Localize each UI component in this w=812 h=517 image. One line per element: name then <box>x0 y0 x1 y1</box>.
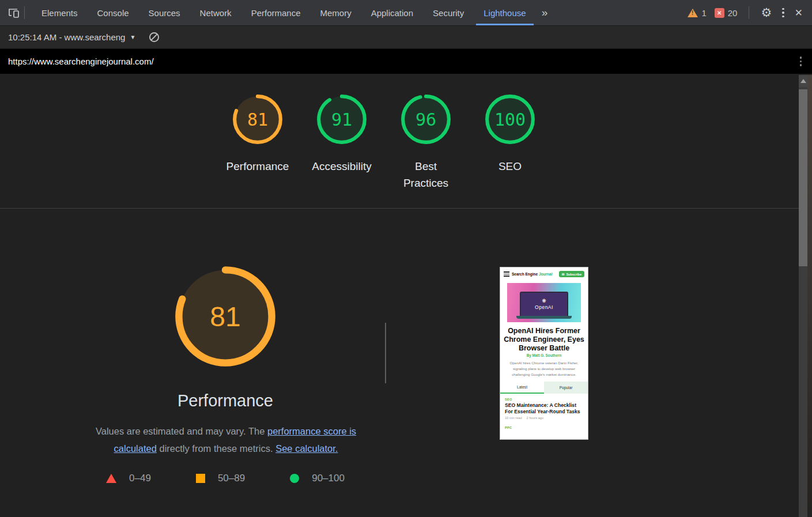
accessibility-score: 91 <box>315 93 368 146</box>
warning-count: 1 <box>701 8 706 18</box>
tab-application[interactable]: Application <box>361 0 423 25</box>
site-logo: Search Engine Journal <box>512 272 552 276</box>
report-url: https://www.searchenginejournal.com/ <box>8 56 154 66</box>
settings-gear-icon[interactable]: ⚙ <box>761 6 772 20</box>
final-screenshot-thumbnail: Search Engine Journal ✉ Subscribe ❋ Open… <box>500 267 588 440</box>
performance-section-gauge[interactable]: 81 <box>172 263 279 370</box>
fail-triangle-icon <box>106 474 116 483</box>
browser-page-sliver <box>807 75 812 517</box>
section-divider <box>385 323 386 383</box>
category-accessibility[interactable]: 91 Accessibility <box>300 93 384 192</box>
dropdown-caret-icon: ▼ <box>130 34 135 40</box>
category-seo[interactable]: 100 SEO <box>468 93 552 192</box>
performance-score: 81 <box>231 93 284 146</box>
performance-description: Values are estimated and may vary. The p… <box>78 422 373 457</box>
close-devtools-icon[interactable]: ✕ <box>795 7 803 19</box>
error-icon: ✕ <box>715 8 724 18</box>
subscribe-button: ✉ Subscribe <box>559 271 584 277</box>
average-square-icon <box>196 474 205 483</box>
legend-range: 50–89 <box>218 473 245 484</box>
category-label: Performance <box>226 158 289 175</box>
tab-lighthouse[interactable]: Lighthouse <box>474 0 535 25</box>
category-label: SEO <box>498 158 522 175</box>
thumb-site-header: Search Engine Journal ✉ Subscribe <box>500 267 588 281</box>
thumb-tabs: Latest Popular <box>500 382 588 394</box>
hero-image: ❋ OpenAI <box>507 283 581 322</box>
legend-range: 0–49 <box>129 473 151 484</box>
openai-logo-icon: ❋ <box>542 299 546 304</box>
laptop-illustration: ❋ OpenAI <box>520 292 568 319</box>
report-url-bar: https://www.searchenginejournal.com/ <box>0 49 812 74</box>
error-count: 20 <box>728 8 738 18</box>
article-meta: 10 min read 2 hours ago <box>505 416 583 420</box>
tab-network[interactable]: Network <box>190 0 241 25</box>
legend-range: 90–100 <box>312 473 345 484</box>
hamburger-menu-icon <box>504 271 509 277</box>
scrollbar-thumb[interactable] <box>799 89 807 266</box>
devtools-tabbar: Elements Console Sources Network Perform… <box>0 0 812 26</box>
toolbar-divider <box>749 6 749 19</box>
article-headline: OpenAI Hires Former Chrome Engineer, Eye… <box>503 327 585 352</box>
scroll-up-button[interactable] <box>799 75 807 87</box>
category-performance[interactable]: 81 Performance <box>216 93 300 192</box>
article-title: SEO Maintenance: A Checklist For Essenti… <box>505 402 583 414</box>
tab-elements[interactable]: Elements <box>32 0 88 25</box>
best-practices-gauge: 96 <box>399 93 452 146</box>
seo-gauge: 100 <box>484 93 537 146</box>
performance-gauge: 81 <box>231 93 284 146</box>
article-byline: By Matt G. Southern <box>500 353 588 357</box>
performance-section-score: 81 <box>172 263 279 370</box>
devtools-tabs: Elements Console Sources Network Perform… <box>32 0 553 25</box>
clear-reports-icon[interactable] <box>148 31 160 43</box>
tab-security[interactable]: Security <box>423 0 474 25</box>
legend-pass: 90–100 <box>290 473 345 484</box>
lighthouse-report: 81 Performance 91 Accessibility <box>0 74 812 517</box>
tab-performance[interactable]: Performance <box>241 0 311 25</box>
see-calculator-link[interactable]: See calculator. <box>275 443 338 454</box>
next-category-tag: PPC <box>505 426 583 429</box>
tab-popular: Popular <box>544 382 588 394</box>
legend-average: 50–89 <box>196 473 245 484</box>
envelope-icon: ✉ <box>562 273 565 276</box>
more-tabs-icon[interactable]: » <box>536 0 554 25</box>
tab-sources[interactable]: Sources <box>139 0 190 25</box>
category-label: Accessibility <box>312 158 371 175</box>
scroll-up-arrow-icon <box>800 79 806 83</box>
tab-console[interactable]: Console <box>88 0 139 25</box>
article-category-tag: SEO <box>505 398 583 401</box>
category-label: Best Practices <box>394 158 458 192</box>
description-text: directly from these metrics. <box>157 443 275 454</box>
category-best-practices[interactable]: 96 Best Practices <box>384 93 468 192</box>
pass-circle-icon <box>290 474 299 483</box>
score-legend: 0–49 50–89 90–100 <box>52 473 398 484</box>
performance-section-title: Performance <box>52 391 398 410</box>
report-tools-menu-icon[interactable] <box>798 54 805 69</box>
article-summary: OpenAI hires Chrome veteran Darin Fisher… <box>507 360 581 378</box>
accessibility-gauge: 91 <box>315 93 368 146</box>
errors-counter[interactable]: ✕ 20 <box>715 8 738 18</box>
seo-score: 100 <box>484 93 537 146</box>
scores-summary: 81 Performance 91 Accessibility <box>0 74 799 209</box>
report-selector-label: 10:25:14 AM - www.searcheng <box>8 32 125 42</box>
legend-fail: 0–49 <box>106 473 151 484</box>
warning-icon <box>688 9 698 17</box>
report-selector-dropdown[interactable]: 10:25:14 AM - www.searcheng ▼ <box>8 32 135 42</box>
device-toolbar-icon[interactable] <box>7 7 21 18</box>
devtools-menu-icon[interactable] <box>780 6 787 20</box>
report-scrollbar[interactable] <box>799 75 807 517</box>
tab-memory[interactable]: Memory <box>311 0 361 25</box>
tab-latest: Latest <box>500 382 544 394</box>
article-list-item: SEO SEO Maintenance: A Checklist For Ess… <box>500 394 588 429</box>
warnings-counter[interactable]: 1 <box>688 8 706 18</box>
lighthouse-session-toolbar: 10:25:14 AM - www.searcheng ▼ <box>0 26 812 49</box>
best-practices-score: 96 <box>399 93 452 146</box>
toolbar-divider <box>24 6 25 19</box>
description-text: Values are estimated and may vary. The <box>96 426 267 436</box>
